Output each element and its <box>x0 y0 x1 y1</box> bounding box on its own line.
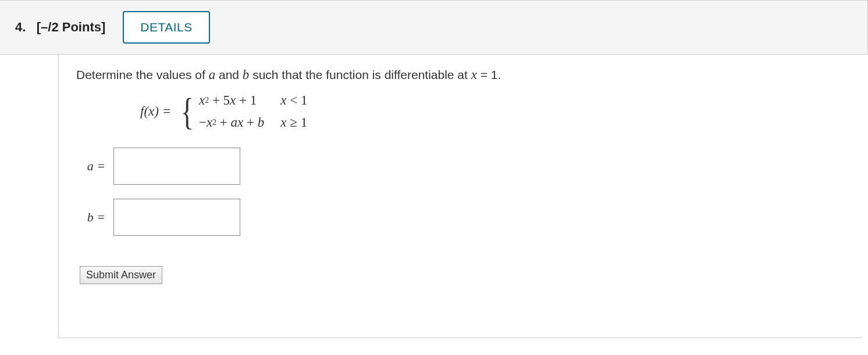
question-number: 4. <box>15 20 26 34</box>
answer-row-a: a = <box>80 148 845 185</box>
answer-input-a[interactable] <box>113 148 240 185</box>
submit-answer-button[interactable]: Submit Answer <box>80 266 162 284</box>
function-definition: f(x) = { x2 + 5x + 1 −x2 + ax + b x < 1 … <box>140 92 845 131</box>
prompt-text: such that the function is differentiable… <box>249 68 471 81</box>
question-points: [–/2 Points] <box>37 20 106 34</box>
prompt-var-a: a <box>209 67 216 82</box>
piece-1: x2 + 5x + 1 <box>199 92 264 109</box>
piece-2: −x2 + ax + b <box>199 114 264 131</box>
question-prompt: Determine the values of a and b such tha… <box>76 67 845 83</box>
prompt-var-b: b <box>243 67 250 82</box>
condition-1: x < 1 <box>280 92 307 109</box>
answer-label-a: a = <box>80 159 105 174</box>
question-content: Determine the values of a and b such tha… <box>58 55 862 338</box>
details-button[interactable]: DETAILS <box>123 11 209 44</box>
piecewise-expressions: x2 + 5x + 1 −x2 + ax + b <box>199 92 264 131</box>
question-number-points: 4. [–/2 Points] <box>15 20 105 35</box>
condition-2: x ≥ 1 <box>280 114 307 131</box>
answer-input-b[interactable] <box>113 199 240 236</box>
question-header: 4. [–/2 Points] DETAILS <box>0 1 868 55</box>
function-lhs: f(x) = <box>140 104 171 119</box>
piecewise-conditions: x < 1 x ≥ 1 <box>280 92 307 131</box>
brace-icon: { <box>181 92 194 131</box>
submit-row: Submit Answer <box>80 266 845 284</box>
answer-label-b: b = <box>80 210 105 225</box>
prompt-text: Determine the values of <box>76 68 209 81</box>
answer-row-b: b = <box>80 199 845 236</box>
prompt-text: and <box>215 68 243 81</box>
question-container: 4. [–/2 Points] DETAILS Determine the va… <box>0 0 868 355</box>
prompt-var-x: x <box>471 67 477 82</box>
prompt-text: = 1. <box>477 68 501 81</box>
